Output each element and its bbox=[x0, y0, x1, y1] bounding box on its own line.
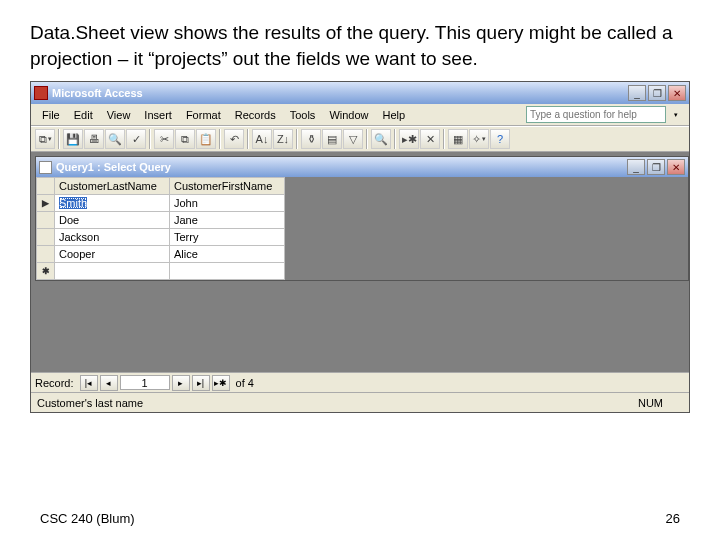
row-selector[interactable] bbox=[37, 246, 55, 263]
toolbar-separator bbox=[296, 129, 298, 149]
menu-help[interactable]: Help bbox=[376, 107, 413, 123]
table-row[interactable]: Jackson Terry bbox=[37, 229, 285, 246]
row-selector[interactable] bbox=[37, 229, 55, 246]
child-title: Query1 : Select Query bbox=[56, 161, 627, 173]
toolbar-separator bbox=[394, 129, 396, 149]
status-numlock: NUM bbox=[638, 397, 683, 409]
cell-lastname[interactable]: Smith bbox=[59, 197, 87, 209]
menu-tools[interactable]: Tools bbox=[283, 107, 323, 123]
child-restore-button[interactable]: ❐ bbox=[647, 159, 665, 175]
select-all-corner[interactable] bbox=[37, 178, 55, 195]
record-navigator: Record: |◂ ◂ ▸ ▸| ▸✱ of 4 bbox=[31, 372, 689, 392]
record-count: of 4 bbox=[236, 377, 254, 389]
print-icon[interactable]: 🖶 bbox=[84, 129, 104, 149]
cell-firstname[interactable] bbox=[170, 263, 285, 280]
cell-firstname[interactable]: Terry bbox=[170, 229, 285, 246]
apply-filter-icon[interactable]: ▽ bbox=[343, 129, 363, 149]
record-label: Record: bbox=[35, 377, 74, 389]
find-icon[interactable]: 🔍 bbox=[371, 129, 391, 149]
toolbar-separator bbox=[58, 129, 60, 149]
cell-lastname[interactable] bbox=[55, 263, 170, 280]
column-header-lastname[interactable]: CustomerLastName bbox=[55, 178, 170, 195]
maximize-button[interactable]: ❐ bbox=[648, 85, 666, 101]
cut-icon[interactable]: ✂ bbox=[154, 129, 174, 149]
footer-left: CSC 240 (Blum) bbox=[40, 511, 135, 526]
app-titlebar: Microsoft Access _ ❐ ✕ bbox=[31, 82, 689, 104]
access-app-window: Microsoft Access _ ❐ ✕ File Edit View In… bbox=[30, 81, 690, 413]
menu-view[interactable]: View bbox=[100, 107, 138, 123]
cell-firstname[interactable]: Alice bbox=[170, 246, 285, 263]
query-child-window: Query1 : Select Query _ ❐ ✕ CustomerLast… bbox=[35, 156, 689, 281]
nav-last-button[interactable]: ▸| bbox=[192, 375, 210, 391]
column-header-firstname[interactable]: CustomerFirstName bbox=[170, 178, 285, 195]
toolbar-separator bbox=[443, 129, 445, 149]
paste-icon[interactable]: 📋 bbox=[196, 129, 216, 149]
nav-first-button[interactable]: |◂ bbox=[80, 375, 98, 391]
app-title: Microsoft Access bbox=[52, 87, 628, 99]
undo-icon[interactable]: ↶ bbox=[224, 129, 244, 149]
menu-window[interactable]: Window bbox=[322, 107, 375, 123]
menu-records[interactable]: Records bbox=[228, 107, 283, 123]
toolbar: ⧉▾ 💾 🖶 🔍 ✓ ✂ ⧉ 📋 ↶ A↓ Z↓ ⚱ ▤ ▽ 🔍 ▸✱ ✕ ▦ … bbox=[31, 126, 689, 152]
toolbar-separator bbox=[149, 129, 151, 149]
footer-page-number: 26 bbox=[666, 511, 680, 526]
child-minimize-button[interactable]: _ bbox=[627, 159, 645, 175]
menu-format[interactable]: Format bbox=[179, 107, 228, 123]
table-row-new[interactable]: ✱ bbox=[37, 263, 285, 280]
sort-desc-icon[interactable]: Z↓ bbox=[273, 129, 293, 149]
toolbar-separator bbox=[366, 129, 368, 149]
access-app-icon bbox=[34, 86, 48, 100]
table-row[interactable]: ▶ Smith John bbox=[37, 195, 285, 212]
row-selector[interactable] bbox=[37, 212, 55, 229]
table-row[interactable]: Cooper Alice bbox=[37, 246, 285, 263]
mdi-client-area: Query1 : Select Query _ ❐ ✕ CustomerLast… bbox=[31, 152, 689, 392]
minimize-button[interactable]: _ bbox=[628, 85, 646, 101]
filter-selection-icon[interactable]: ⚱ bbox=[301, 129, 321, 149]
sort-asc-icon[interactable]: A↓ bbox=[252, 129, 272, 149]
help-icon[interactable]: ? bbox=[490, 129, 510, 149]
new-object-icon[interactable]: ✧▾ bbox=[469, 129, 489, 149]
menu-file[interactable]: File bbox=[35, 107, 67, 123]
slide-title: Data.Sheet view shows the results of the… bbox=[0, 0, 720, 81]
query-window-icon bbox=[39, 161, 52, 174]
datasheet-grid: CustomerLastName CustomerFirstName ▶ Smi… bbox=[36, 177, 285, 280]
child-close-button[interactable]: ✕ bbox=[667, 159, 685, 175]
nav-new-button[interactable]: ▸✱ bbox=[212, 375, 230, 391]
db-window-icon[interactable]: ▦ bbox=[448, 129, 468, 149]
table-row[interactable]: Doe Jane bbox=[37, 212, 285, 229]
toolbar-separator bbox=[219, 129, 221, 149]
window-buttons: _ ❐ ✕ bbox=[628, 85, 686, 101]
nav-next-button[interactable]: ▸ bbox=[172, 375, 190, 391]
menu-insert[interactable]: Insert bbox=[137, 107, 179, 123]
menu-edit[interactable]: Edit bbox=[67, 107, 100, 123]
slide-footer: CSC 240 (Blum) 26 bbox=[40, 511, 680, 526]
row-selector-current[interactable]: ▶ bbox=[37, 195, 55, 212]
delete-record-icon[interactable]: ✕ bbox=[420, 129, 440, 149]
menubar: File Edit View Insert Format Records Too… bbox=[31, 104, 689, 126]
cell-firstname[interactable]: Jane bbox=[170, 212, 285, 229]
close-button[interactable]: ✕ bbox=[668, 85, 686, 101]
view-button[interactable]: ⧉▾ bbox=[35, 129, 55, 149]
toolbar-separator bbox=[247, 129, 249, 149]
cell-firstname[interactable]: John bbox=[170, 195, 285, 212]
copy-icon[interactable]: ⧉ bbox=[175, 129, 195, 149]
filter-form-icon[interactable]: ▤ bbox=[322, 129, 342, 149]
cell-lastname[interactable]: Cooper bbox=[55, 246, 170, 263]
status-text: Customer's last name bbox=[37, 397, 143, 409]
help-search-input[interactable] bbox=[526, 106, 666, 123]
record-number-input[interactable] bbox=[120, 375, 170, 390]
cell-lastname[interactable]: Doe bbox=[55, 212, 170, 229]
nav-prev-button[interactable]: ◂ bbox=[100, 375, 118, 391]
cell-lastname[interactable]: Jackson bbox=[55, 229, 170, 246]
status-bar: Customer's last name NUM bbox=[31, 392, 689, 412]
new-record-icon[interactable]: ▸✱ bbox=[399, 129, 419, 149]
print-preview-icon[interactable]: 🔍 bbox=[105, 129, 125, 149]
spellcheck-icon[interactable]: ✓ bbox=[126, 129, 146, 149]
save-icon[interactable]: 💾 bbox=[63, 129, 83, 149]
help-dropdown-icon[interactable]: ▾ bbox=[667, 109, 685, 121]
child-titlebar: Query1 : Select Query _ ❐ ✕ bbox=[36, 157, 688, 177]
row-selector-new[interactable]: ✱ bbox=[37, 263, 55, 280]
